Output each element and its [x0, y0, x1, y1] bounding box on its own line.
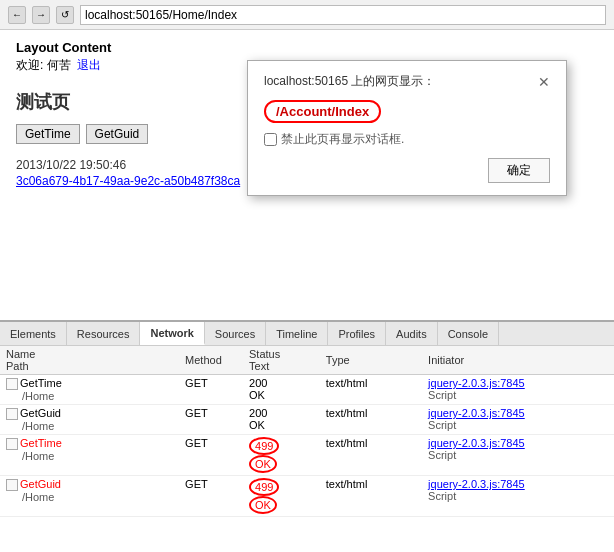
modal-close-button[interactable]: ✕: [538, 75, 550, 89]
table-row[interactable]: GetGuid /Home GET 200OK text/html jquery…: [0, 405, 614, 435]
initiator-cell: jquery-2.0.3.js:7845Script: [422, 476, 614, 517]
name-cell: GetGuid /Home: [0, 405, 179, 435]
modal-path: /Account/Index: [264, 100, 381, 123]
tab-resources[interactable]: Resources: [67, 322, 141, 345]
table-row[interactable]: GetGuid /Home GET 499OK text/html jquery…: [0, 476, 614, 517]
status-cell: 200OK: [243, 375, 320, 405]
tab-network[interactable]: Network: [140, 322, 204, 345]
col-header-method: Method: [179, 346, 243, 375]
tab-sources[interactable]: Sources: [205, 322, 266, 345]
modal-ok-button[interactable]: 确定: [488, 158, 550, 183]
modal-footer: 确定: [264, 158, 550, 183]
method-cell: GET: [179, 405, 243, 435]
initiator-cell: jquery-2.0.3.js:7845Script: [422, 375, 614, 405]
row-icon: [6, 479, 18, 491]
layout-content-title: Layout Content: [16, 40, 598, 55]
refresh-button[interactable]: ↺: [56, 6, 74, 24]
address-bar[interactable]: [80, 5, 606, 25]
tab-audits[interactable]: Audits: [386, 322, 438, 345]
back-button[interactable]: ←: [8, 6, 26, 24]
forward-button[interactable]: →: [32, 6, 50, 24]
welcome-text: 欢迎: 何苦: [16, 58, 71, 72]
row-icon: [6, 438, 18, 450]
getguid-button[interactable]: GetGuid: [86, 124, 149, 144]
tab-timeline[interactable]: Timeline: [266, 322, 328, 345]
checkbox-label: 禁止此页再显示对话框.: [281, 131, 404, 148]
col-header-type: Type: [320, 346, 422, 375]
status-cell: 499OK: [243, 476, 320, 517]
devtools-panel: Elements Resources Network Sources Timel…: [0, 320, 614, 552]
modal-header: localhost:50165 上的网页显示： ✕: [264, 73, 550, 90]
status-cell: 499OK: [243, 435, 320, 476]
page-content: Layout Content 欢迎: 何苦 退出 测试页 GetTime Get…: [0, 30, 614, 320]
devtools-tabs: Elements Resources Network Sources Timel…: [0, 322, 614, 346]
name-cell: GetTime /Home: [0, 435, 179, 476]
method-cell: GET: [179, 375, 243, 405]
modal-dialog: localhost:50165 上的网页显示： ✕ /Account/Index…: [247, 60, 567, 196]
col-header-initiator: Initiator: [422, 346, 614, 375]
status-cell: 200OK: [243, 405, 320, 435]
name-cell: GetGuid /Home: [0, 476, 179, 517]
browser-toolbar: ← → ↺: [0, 0, 614, 30]
row-icon: [6, 378, 18, 390]
modal-body: /Account/Index 禁止此页再显示对话框.: [264, 100, 550, 148]
method-cell: GET: [179, 476, 243, 517]
type-cell: text/html: [320, 375, 422, 405]
tab-elements[interactable]: Elements: [0, 322, 67, 345]
network-table: Name Path Method Status Text Type Initia…: [0, 346, 614, 552]
initiator-cell: jquery-2.0.3.js:7845Script: [422, 435, 614, 476]
modal-checkbox-row: 禁止此页再显示对话框.: [264, 131, 550, 148]
col-header-name: Name Path: [0, 346, 179, 375]
type-cell: text/html: [320, 476, 422, 517]
row-icon: [6, 408, 18, 420]
tab-profiles[interactable]: Profiles: [328, 322, 386, 345]
logout-link[interactable]: 退出: [77, 58, 101, 72]
method-cell: GET: [179, 435, 243, 476]
modal-title: localhost:50165 上的网页显示：: [264, 73, 435, 90]
name-cell: GetTime /Home: [0, 375, 179, 405]
table-row[interactable]: GetTime /Home GET 499OK text/html jquery…: [0, 435, 614, 476]
type-cell: text/html: [320, 405, 422, 435]
tab-console[interactable]: Console: [438, 322, 499, 345]
initiator-cell: jquery-2.0.3.js:7845Script: [422, 405, 614, 435]
type-cell: text/html: [320, 435, 422, 476]
col-header-status: Status Text: [243, 346, 320, 375]
suppress-dialog-checkbox[interactable]: [264, 133, 277, 146]
table-row[interactable]: GetTime /Home GET 200OK text/html jquery…: [0, 375, 614, 405]
gettime-button[interactable]: GetTime: [16, 124, 80, 144]
